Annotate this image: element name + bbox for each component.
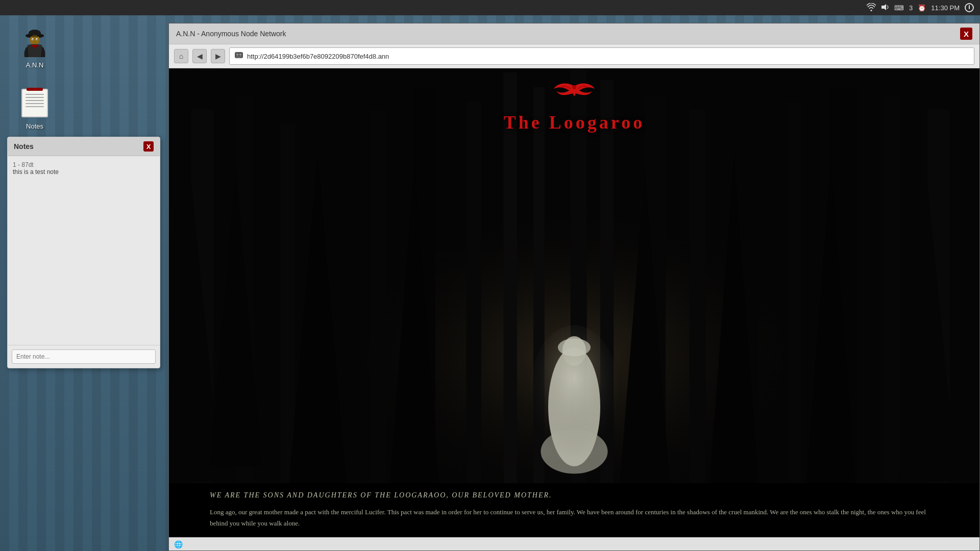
- ann-label: A.N.N: [26, 61, 44, 69]
- svg-marker-0: [881, 4, 886, 10]
- page-body-text: Long ago, our great mother made a pact w…: [210, 507, 939, 529]
- address-bar-input[interactable]: [247, 53, 970, 60]
- notes-input[interactable]: [12, 349, 156, 364]
- clock: 11:30 PM: [931, 4, 960, 12]
- page-text-section: We are the sons and daughters of The Loo…: [169, 483, 979, 537]
- forward-button[interactable]: ▶: [211, 49, 225, 63]
- browser-content: The Loogaroo We are the sons and daughte…: [169, 68, 979, 537]
- page-header: The Loogaroo: [169, 68, 979, 133]
- notes-icon-image: [18, 87, 51, 119]
- notes-line-2: [26, 97, 44, 98]
- svg-point-6: [33, 39, 34, 40]
- browser-close-button[interactable]: X: [960, 28, 972, 40]
- taskbar-top: ⌨ 3 ⏰ 11:30 PM: [0, 0, 980, 15]
- notes-line-5: [26, 106, 44, 107]
- note-item-1: 1 - 87dt this is a test note: [13, 161, 155, 176]
- notes-panel-header: Notes X: [8, 137, 160, 156]
- address-bar-wrap: [229, 47, 974, 65]
- keyboard-icon: ⌨: [894, 4, 904, 12]
- svg-rect-37: [883, 95, 901, 537]
- svg-point-46: [530, 325, 619, 459]
- notes-label: Notes: [26, 122, 43, 130]
- volume-icon: [881, 3, 889, 13]
- notes-desktop-icon[interactable]: Notes: [14, 87, 55, 130]
- notes-panel-footer: [8, 345, 160, 368]
- notes-line-4: [26, 103, 44, 104]
- ann-icon-image: [18, 26, 51, 58]
- battery-display: 3: [909, 4, 913, 12]
- note-id: 1 - 87dt: [13, 161, 155, 168]
- svg-rect-25: [504, 72, 517, 537]
- notes-line-1: [26, 94, 44, 95]
- notes-panel-title: Notes: [14, 142, 34, 151]
- ann-desktop-icon[interactable]: A.N.N: [14, 26, 55, 69]
- svg-rect-24: [467, 102, 481, 537]
- globe-icon: 🌐: [174, 540, 183, 548]
- notes-close-button[interactable]: X: [143, 141, 154, 152]
- address-icon: [234, 50, 244, 62]
- svg-point-47: [572, 85, 576, 89]
- loogaroo-bird-icon: [551, 76, 597, 112]
- browser-toolbar: ⌂ ◀ ▶: [169, 44, 979, 68]
- svg-rect-26: [533, 87, 545, 537]
- page-subtitle: We are the sons and daughters of The Loo…: [210, 491, 939, 499]
- back-button[interactable]: ◀: [192, 49, 207, 63]
- notes-panel: Notes X 1 - 87dt this is a test note: [7, 137, 160, 368]
- desktop: ⌨ 3 ⏰ 11:30 PM: [0, 0, 980, 551]
- svg-rect-34: [786, 102, 801, 537]
- svg-point-7: [37, 39, 38, 40]
- loogaroo-site-title: The Loogaroo: [504, 112, 645, 133]
- svg-rect-8: [26, 35, 44, 37]
- notes-line-3: [26, 100, 44, 101]
- system-tray: ⌨ 3 ⏰ 11:30 PM: [867, 3, 974, 13]
- clock-alarm-icon: ⏰: [918, 4, 926, 12]
- wifi-icon: [867, 3, 876, 13]
- browser-titlebar: A.N.N - Anonymous Node Network X: [169, 23, 979, 44]
- notes-panel-body: 1 - 87dt this is a test note: [8, 156, 160, 345]
- power-button[interactable]: [965, 3, 974, 12]
- svg-point-11: [239, 54, 241, 56]
- browser-statusbar: 🌐: [169, 537, 979, 550]
- svg-rect-21: [370, 110, 386, 537]
- browser-title: A.N.N - Anonymous Node Network: [176, 30, 286, 38]
- browser-window: A.N.N - Anonymous Node Network X ⌂ ◀ ▶: [168, 23, 980, 551]
- svg-point-10: [236, 54, 238, 56]
- note-text: this is a test note: [13, 168, 155, 176]
- svg-rect-31: [690, 110, 706, 537]
- notes-pad-icon: [21, 89, 48, 117]
- svg-rect-28: [600, 80, 614, 537]
- home-button[interactable]: ⌂: [174, 49, 188, 63]
